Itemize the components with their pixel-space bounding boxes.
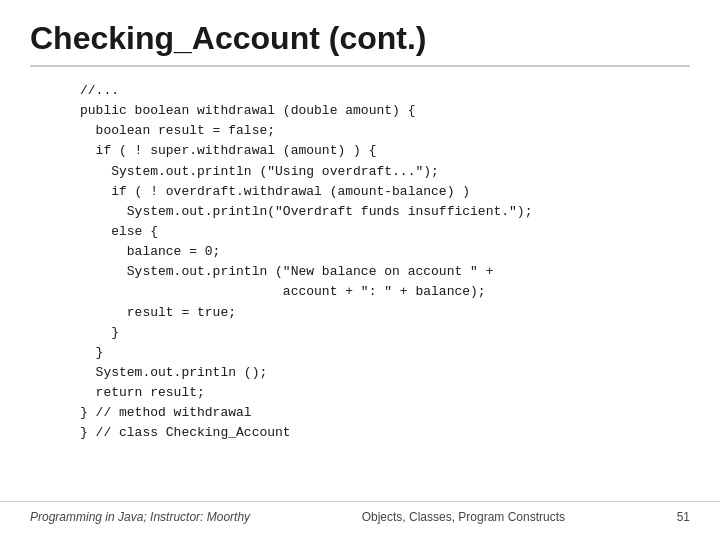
slide-footer: Programming in Java; Instructor: Moorthy… xyxy=(0,501,720,524)
footer-left: Programming in Java; Instructor: Moorthy xyxy=(30,510,250,524)
footer-right: 51 xyxy=(677,510,690,524)
slide: Checking_Account (cont.) //... public bo… xyxy=(0,0,720,540)
footer-center: Objects, Classes, Program Constructs xyxy=(362,510,565,524)
code-block: //... public boolean withdrawal (double … xyxy=(30,81,690,444)
slide-title: Checking_Account (cont.) xyxy=(30,20,690,67)
